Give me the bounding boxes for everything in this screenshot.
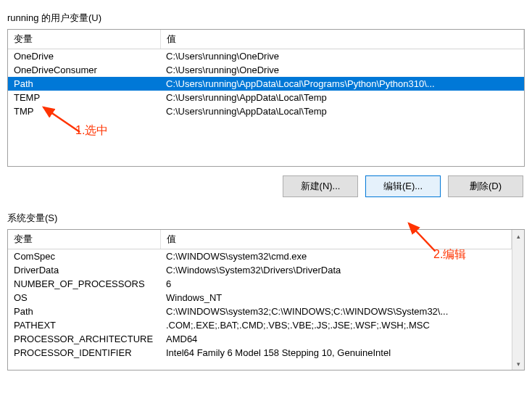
var-value: .COM;.EXE;.BAT;.CMD;.VBS;.VBE;.JS;.JSE;.… <box>160 318 512 332</box>
table-row[interactable]: OneDrive C:\Users\running\OneDrive <box>8 49 524 64</box>
var-value: Intel64 Family 6 Model 158 Stepping 10, … <box>160 346 512 360</box>
var-value: C:\Windows\System32\Drivers\DriverData <box>160 263 512 277</box>
table-row[interactable]: TEMP C:\Users\running\AppData\Local\Temp <box>8 91 524 104</box>
var-name: TEMP <box>8 91 160 104</box>
var-value: C:\Users\running\OneDrive <box>160 63 524 77</box>
sys-col-header-name[interactable]: 变量 <box>8 230 160 249</box>
var-value: C:\WINDOWS\system32\cmd.exe <box>160 249 512 264</box>
new-button[interactable]: 新建(N)... <box>283 175 358 197</box>
table-row[interactable]: PATHEXT .COM;.EXE;.BAT;.CMD;.VBS;.VBE;.J… <box>8 318 512 332</box>
var-value: 6 <box>160 277 512 291</box>
system-vars-table[interactable]: 变量 值 ComSpec C:\WINDOWS\system32\cmd.exe… <box>8 230 512 360</box>
var-value: AMD64 <box>160 332 512 346</box>
user-col-header-name[interactable]: 变量 <box>8 30 160 49</box>
system-vars-label: 系统变量(S) <box>7 212 525 225</box>
var-value: C:\Users\running\OneDrive <box>160 49 524 64</box>
table-row[interactable]: DriverData C:\Windows\System32\Drivers\D… <box>8 263 512 277</box>
table-row[interactable]: Path C:\WINDOWS\system32;C:\WINDOWS;C:\W… <box>8 305 512 318</box>
scroll-up-icon[interactable]: ▴ <box>512 230 524 242</box>
var-name: Path <box>8 77 160 91</box>
user-vars-table[interactable]: 变量 值 OneDrive C:\Users\running\OneDrive … <box>8 30 524 118</box>
var-name: PROCESSOR_IDENTIFIER <box>8 346 160 360</box>
var-name: PATHEXT <box>8 318 160 332</box>
sys-col-header-value[interactable]: 值 <box>160 230 512 249</box>
var-name: ComSpec <box>8 249 160 264</box>
table-row-selected[interactable]: Path C:\Users\running\AppData\Local\Prog… <box>8 77 524 91</box>
edit-button[interactable]: 编辑(E)... <box>365 175 441 197</box>
table-row[interactable]: OS Windows_NT <box>8 291 512 305</box>
var-name: OneDrive <box>8 49 160 64</box>
scroll-track[interactable] <box>512 242 524 357</box>
system-vars-scrollbar[interactable]: ▴ ▾ <box>512 230 524 370</box>
user-vars-label: running 的用户变量(U) <box>7 12 525 25</box>
var-name: Path <box>8 305 160 318</box>
system-vars-table-container: 变量 值 ComSpec C:\WINDOWS\system32\cmd.exe… <box>7 229 525 370</box>
table-row[interactable]: NUMBER_OF_PROCESSORS 6 <box>8 277 512 291</box>
var-name: OS <box>8 291 160 305</box>
var-value: C:\Users\running\AppData\Local\Temp <box>160 91 524 104</box>
var-name: NUMBER_OF_PROCESSORS <box>8 277 160 291</box>
var-name: PROCESSOR_ARCHITECTURE <box>8 332 160 346</box>
var-name: DriverData <box>8 263 160 277</box>
table-row[interactable]: TMP C:\Users\running\AppData\Local\Temp <box>8 104 524 118</box>
table-row[interactable]: PROCESSOR_ARCHITECTURE AMD64 <box>8 332 512 346</box>
table-row[interactable]: ComSpec C:\WINDOWS\system32\cmd.exe <box>8 249 512 264</box>
delete-button[interactable]: 删除(D) <box>448 175 523 197</box>
var-value: Windows_NT <box>160 291 512 305</box>
scroll-down-icon[interactable]: ▾ <box>512 357 524 370</box>
var-value: C:\Users\running\AppData\Local\Temp <box>160 104 524 118</box>
user-vars-button-row: 新建(N)... 编辑(E)... 删除(D) <box>7 175 525 197</box>
table-row[interactable]: OneDriveConsumer C:\Users\running\OneDri… <box>8 63 524 77</box>
table-row[interactable]: PROCESSOR_IDENTIFIER Intel64 Family 6 Mo… <box>8 346 512 360</box>
var-value: C:\WINDOWS\system32;C:\WINDOWS;C:\WINDOW… <box>160 305 512 318</box>
user-col-header-value[interactable]: 值 <box>160 30 524 49</box>
var-name: TMP <box>8 104 160 118</box>
var-value: C:\Users\running\AppData\Local\Programs\… <box>160 77 524 91</box>
var-name: OneDriveConsumer <box>8 63 160 77</box>
user-vars-table-container: 变量 值 OneDrive C:\Users\running\OneDrive … <box>7 29 525 167</box>
